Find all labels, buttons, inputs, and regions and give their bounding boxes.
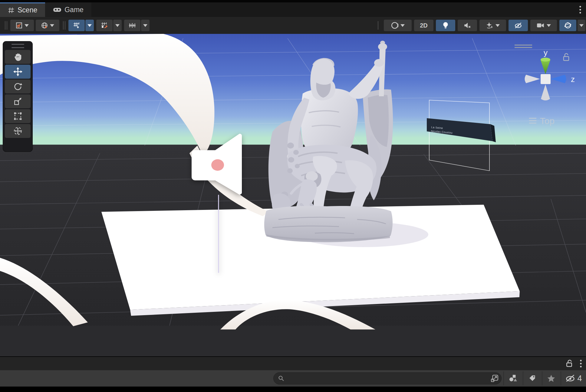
audio-muted-icon xyxy=(463,22,471,29)
pivot-mode-button[interactable] xyxy=(10,20,34,31)
scene-search-field[interactable] xyxy=(273,372,502,384)
orientation-gizmo: y z Top xyxy=(512,41,586,132)
footer-kebab-menu-icon[interactable] xyxy=(580,359,582,368)
star-icon xyxy=(547,374,556,383)
unlock-icon[interactable] xyxy=(565,359,573,368)
rotate-tool[interactable] xyxy=(5,80,31,93)
sparkle-effects-icon xyxy=(486,21,494,29)
scene-viewport[interactable]: y z Top xyxy=(0,34,586,356)
tab-game-label: Game xyxy=(64,6,84,14)
toolbar-separator3 xyxy=(378,21,378,30)
view-mode-label: Top xyxy=(540,116,555,126)
camera-icon xyxy=(536,22,545,29)
gizmos-toggle[interactable] xyxy=(559,20,576,31)
scale-tool[interactable] xyxy=(5,94,31,108)
shapes-icon xyxy=(509,374,518,383)
shaded-sphere-icon xyxy=(391,21,399,29)
chevron-down-icon xyxy=(143,24,147,27)
viewport-footer-bar xyxy=(0,357,586,370)
move-icon xyxy=(13,67,23,77)
tab-bar: Scene Game xyxy=(0,2,586,17)
scene-toolbar: 2D xyxy=(0,17,586,34)
search-input[interactable] xyxy=(285,375,490,382)
tab-bar-menu-button[interactable] xyxy=(574,2,586,17)
move-snap-icon xyxy=(101,22,108,29)
gizmo-center-cube[interactable] xyxy=(541,74,551,84)
handle-orientation-button[interactable] xyxy=(36,20,59,31)
toolbar-drag-handle2[interactable] xyxy=(7,21,7,30)
y-axis-cone[interactable] xyxy=(541,58,550,74)
2d-label: 2D xyxy=(420,22,428,29)
hidden-objects-button[interactable]: 4 xyxy=(561,370,586,387)
2d-toggle-button[interactable]: 2D xyxy=(414,20,433,31)
scene-camera-button[interactable] xyxy=(530,20,557,31)
scene-3d-render xyxy=(0,34,586,356)
grid-visual-button[interactable] xyxy=(124,20,140,31)
overlay-drag-handle[interactable] xyxy=(12,44,24,48)
transform-tool[interactable] xyxy=(5,124,31,138)
lock-icon[interactable] xyxy=(564,54,569,60)
scene-grid-icon xyxy=(8,7,15,14)
chevron-down-icon xyxy=(579,24,584,27)
lightbulb-icon xyxy=(442,21,449,29)
grid-snapping-toggle[interactable] xyxy=(68,20,85,31)
x-axis-cone[interactable] xyxy=(525,75,540,83)
tab-game[interactable]: Game xyxy=(45,2,91,17)
chevron-down-icon xyxy=(495,24,500,27)
toolbar-separator xyxy=(63,21,64,30)
filter-by-label-button[interactable] xyxy=(523,370,542,387)
globe-icon xyxy=(41,22,48,29)
gizmos-dropdown[interactable] xyxy=(578,20,585,31)
view-hand-tool[interactable] xyxy=(5,50,31,64)
snap-increment-dropdown[interactable] xyxy=(113,20,122,31)
open-in-window-icon[interactable] xyxy=(490,374,499,383)
search-icon xyxy=(278,375,285,382)
rotate-icon xyxy=(13,82,22,91)
pivot-icon xyxy=(15,22,23,29)
rect-tool-icon xyxy=(13,112,22,121)
eye-crossed-icon xyxy=(514,22,522,29)
audio-gizmo-dot xyxy=(211,159,224,171)
scale-icon xyxy=(13,97,22,106)
tab-scene[interactable]: Scene xyxy=(0,2,45,17)
gamepad-icon xyxy=(53,7,61,13)
scene-visibility-toggle[interactable] xyxy=(509,20,528,31)
hidden-eye-icon xyxy=(565,374,575,383)
move-tool[interactable] xyxy=(5,65,31,79)
chevron-down-icon xyxy=(50,24,54,27)
down-axis-cone[interactable] xyxy=(541,84,550,100)
scene-lighting-toggle[interactable] xyxy=(436,20,455,31)
chevron-down-icon xyxy=(547,24,551,27)
tag-icon xyxy=(528,374,537,383)
grid-snapping-dropdown[interactable] xyxy=(85,20,94,31)
gizmos-sphere-icon xyxy=(564,21,572,29)
z-axis-cone[interactable] xyxy=(551,75,566,83)
z-axis-label: z xyxy=(571,75,575,84)
view-mode-menu[interactable]: Top xyxy=(529,116,555,126)
window-bottom-edge xyxy=(0,387,586,392)
toolbar-drag-handle[interactable] xyxy=(5,21,5,30)
snap-increment-button[interactable] xyxy=(96,20,113,31)
effects-button[interactable] xyxy=(479,20,506,31)
unity-editor-window: Scene Game xyxy=(0,0,586,392)
overlay-drag-handle2[interactable] xyxy=(515,45,532,47)
chevron-down-icon xyxy=(400,24,405,27)
draw-mode-button[interactable] xyxy=(384,20,412,31)
grid-visual-dropdown[interactable] xyxy=(141,20,150,31)
grid-snap-icon xyxy=(73,22,80,29)
chevron-down-icon xyxy=(87,24,92,27)
hidden-objects-count: 4 xyxy=(577,374,582,383)
rect-tool[interactable] xyxy=(5,109,31,123)
search-status-bar: 4 xyxy=(0,370,586,387)
chevron-down-icon xyxy=(25,24,29,27)
favorites-button[interactable] xyxy=(542,370,560,387)
tools-overlay xyxy=(3,41,32,152)
y-axis-label: y xyxy=(544,48,548,57)
transform-icon xyxy=(13,126,22,136)
filter-by-type-button[interactable] xyxy=(504,370,523,387)
increment-ruler-icon xyxy=(128,22,136,29)
chevron-down-icon xyxy=(115,24,120,27)
audio-mute-toggle[interactable] xyxy=(458,20,477,31)
tab-scene-label: Scene xyxy=(18,6,37,14)
hand-icon xyxy=(13,52,22,61)
